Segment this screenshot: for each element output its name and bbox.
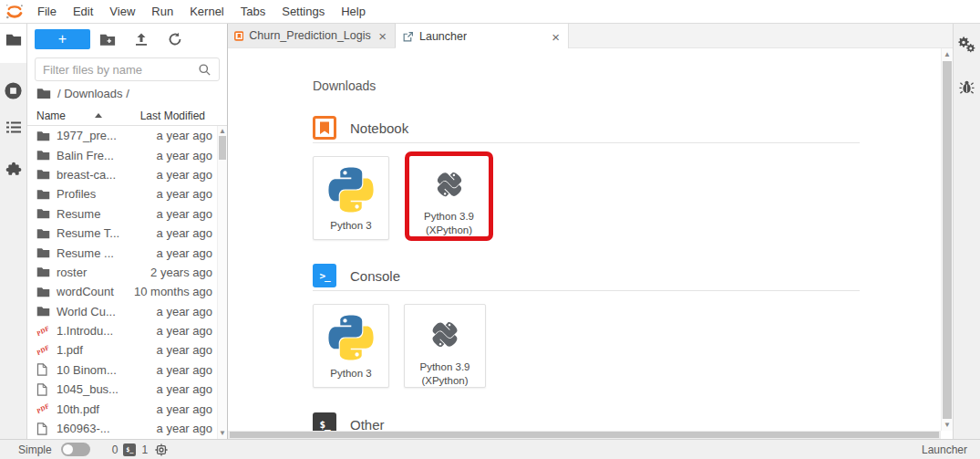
scroll-up-icon[interactable]: ▲ xyxy=(218,127,227,136)
new-launcher-button[interactable]: + xyxy=(35,29,90,49)
terminals-count[interactable]: 0 xyxy=(112,443,119,456)
file-modified: a year ago xyxy=(133,324,217,338)
file-name: 10 Binom... xyxy=(57,363,133,377)
file-modified: a year ago xyxy=(133,382,217,396)
tab-launcher[interactable]: Launcher × xyxy=(396,24,569,49)
close-icon[interactable]: × xyxy=(550,30,562,44)
pdf-icon: PDF xyxy=(36,347,52,354)
file-rows: PDF 1977_pre... a year ago PDF Balin Fre… xyxy=(27,126,217,438)
file-row[interactable]: PDF 160963-... a year ago xyxy=(27,419,217,438)
file-modified: a year ago xyxy=(133,363,217,377)
scroll-down-icon[interactable]: ▼ xyxy=(218,429,227,438)
launcher-vertical-scrollbar[interactable]: ▲ ▼ xyxy=(941,48,953,431)
scrollbar-thumb[interactable] xyxy=(943,61,952,419)
bug-icon[interactable] xyxy=(954,79,980,95)
launcher-card-python3-notebook[interactable]: Python 3 xyxy=(313,156,389,240)
file-row[interactable]: PDF 1.pdf a year ago xyxy=(27,340,217,360)
file-name: Profiles xyxy=(57,187,133,201)
file-row[interactable]: PDF breast-ca... a year ago xyxy=(27,165,217,184)
filter-input[interactable] xyxy=(43,63,198,77)
file-list-header: Name Last Modified xyxy=(27,106,227,126)
search-icon xyxy=(198,63,211,77)
tab-notebook-churn[interactable]: Churn_Prediction_Logistic_Re × xyxy=(228,24,396,47)
card-label: Python 3 xyxy=(330,219,371,232)
file-row[interactable]: PDF 1045_bus... a year ago xyxy=(27,380,217,399)
file-icon xyxy=(36,363,52,376)
xpython-logo-icon xyxy=(420,315,469,354)
menu-kernel[interactable]: Kernel xyxy=(181,5,232,18)
file-modified: a year ago xyxy=(133,305,217,318)
file-row[interactable]: PDF 10 Binom... a year ago xyxy=(27,360,217,380)
file-modified: a year ago xyxy=(133,129,217,142)
file-row[interactable]: PDF Resume a year ago xyxy=(27,204,217,224)
file-row[interactable]: PDF Resume ... a year ago xyxy=(27,243,217,262)
new-folder-icon[interactable] xyxy=(90,33,124,47)
status-bar: Simple 0 $_ 1 Launcher xyxy=(0,439,980,459)
simple-mode-toggle[interactable] xyxy=(61,443,90,456)
file-row[interactable]: PDF Profiles a year ago xyxy=(27,184,217,203)
folder-icon xyxy=(36,306,52,317)
folder-icon xyxy=(36,287,52,297)
running-kernels-icon[interactable] xyxy=(0,81,26,100)
upload-icon[interactable] xyxy=(124,32,158,47)
file-modified: a year ago xyxy=(133,187,217,201)
folder-icon[interactable] xyxy=(0,33,26,47)
tab-label: Churn_Prediction_Logistic_Re xyxy=(249,29,371,42)
file-modified: a year ago xyxy=(133,168,217,182)
section-title: Console xyxy=(350,268,400,284)
launcher-card-python39-xpython-notebook[interactable]: Python 3.9 (XPython) xyxy=(409,156,489,236)
file-row[interactable]: PDF roster 2 years ago xyxy=(27,263,217,282)
folder-icon xyxy=(36,189,52,200)
file-row[interactable]: PDF wordCount 10 months ago xyxy=(27,282,217,301)
launcher-card-python39-xpython-console[interactable]: Python 3.9 (XPython) xyxy=(404,304,486,388)
launcher-icon xyxy=(402,31,414,43)
menu-help[interactable]: Help xyxy=(333,5,374,18)
kernels-count[interactable]: 1 xyxy=(141,443,148,456)
breadcrumb-path[interactable]: / Downloads / xyxy=(57,87,129,100)
column-last-modified[interactable]: Last Modified xyxy=(130,110,218,122)
scroll-up-icon[interactable]: ▲ xyxy=(942,50,953,59)
file-modified: a year ago xyxy=(133,207,217,221)
toggle-knob xyxy=(63,444,73,454)
file-list-scrollbar[interactable]: ▲ ▼ xyxy=(217,126,227,439)
refresh-icon[interactable] xyxy=(158,32,191,47)
tab-label: Launcher xyxy=(419,30,467,43)
file-name: 1977_pre... xyxy=(57,129,133,142)
scrollbar-thumb[interactable] xyxy=(219,136,226,160)
menu-tabs[interactable]: Tabs xyxy=(232,5,273,18)
breadcrumb[interactable]: / Downloads / xyxy=(27,81,227,106)
launcher-horizontal-scrollbar[interactable] xyxy=(228,431,941,439)
folder-icon xyxy=(36,130,52,141)
card-label: Python 3.9 (XPython) xyxy=(420,360,470,387)
file-row[interactable]: PDF 10th.pdf a year ago xyxy=(27,399,217,418)
menu-edit[interactable]: Edit xyxy=(65,5,101,18)
file-row[interactable]: PDF Resume T... a year ago xyxy=(27,224,217,243)
menu-view[interactable]: View xyxy=(101,5,143,18)
notebook-icon xyxy=(313,116,336,140)
menu-file[interactable]: File xyxy=(29,5,65,18)
column-name[interactable]: Name xyxy=(36,110,130,122)
menu-settings[interactable]: Settings xyxy=(273,5,333,18)
file-row[interactable]: PDF Balin Fre... a year ago xyxy=(27,145,217,164)
file-name: World Cu... xyxy=(57,305,133,318)
file-name: Resume ... xyxy=(57,246,133,260)
file-modified: 2 years ago xyxy=(133,266,217,279)
file-name: wordCount xyxy=(57,285,133,298)
scroll-down-icon[interactable]: ▼ xyxy=(942,421,953,430)
puzzle-icon[interactable] xyxy=(0,161,26,177)
gears-icon[interactable] xyxy=(954,36,980,53)
launcher-cwd-label: Downloads xyxy=(313,78,953,93)
console-icon: >_ xyxy=(313,264,336,287)
file-row[interactable]: PDF 1.Introdu... a year ago xyxy=(27,321,217,340)
file-row[interactable]: PDF World Cu... a year ago xyxy=(27,302,217,321)
close-icon[interactable]: × xyxy=(377,29,388,43)
file-list: PDF 1977_pre... a year ago PDF Balin Fre… xyxy=(27,126,227,439)
file-name: breast-ca... xyxy=(57,168,133,182)
launcher-card-python3-console[interactable]: Python 3 xyxy=(313,304,389,388)
list-icon[interactable] xyxy=(0,120,26,134)
kernel-chip-icon[interactable] xyxy=(155,443,168,456)
file-name: 1.Introdu... xyxy=(57,324,133,338)
scrollbar-thumb[interactable] xyxy=(230,432,939,438)
file-row[interactable]: PDF 1977_pre... a year ago xyxy=(27,126,217,145)
menu-run[interactable]: Run xyxy=(143,5,181,18)
